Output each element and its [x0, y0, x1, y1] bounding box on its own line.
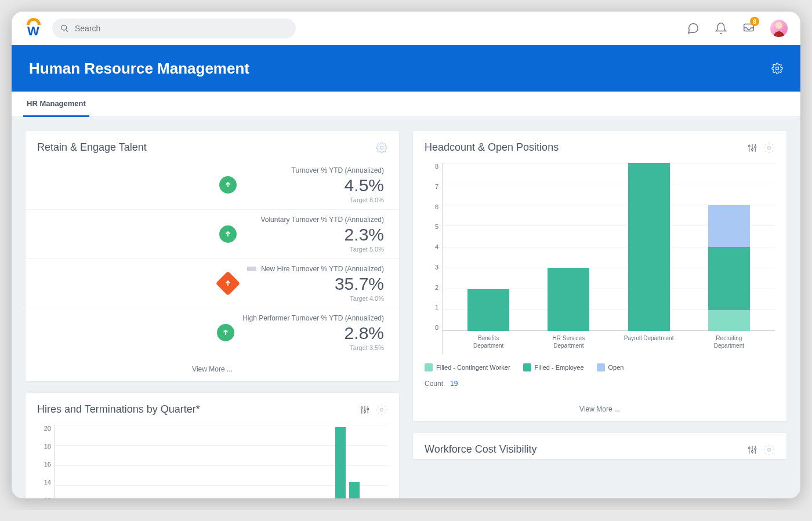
metric-label: New Hire Turnover % YTD (Annualized): [261, 265, 384, 273]
svg-point-10: [367, 408, 369, 410]
metric-target: Target 5.0%: [245, 246, 384, 253]
dashboard-content: Retain & Engage Talent Turnover % YTD (A…: [12, 117, 800, 498]
metric-target: Target 4.0%: [245, 295, 384, 302]
card-settings-icon[interactable]: [763, 444, 775, 456]
page-settings-icon[interactable]: [771, 63, 783, 74]
svg-point-22: [752, 450, 753, 452]
svg-line-1: [66, 30, 68, 32]
trend-up-icon: [219, 176, 237, 194]
x-axis-label: Payroll Department: [623, 331, 675, 354]
metric-value: 2.8%: [242, 323, 384, 343]
tabbar: HR Management: [12, 92, 800, 117]
svg-point-4: [380, 146, 383, 149]
hires-chart[interactable]: 2018161412: [37, 425, 387, 498]
bar-segment: [548, 268, 589, 331]
metric-target: Target 3.5%: [242, 344, 384, 351]
svg-point-20: [748, 447, 750, 449]
bar-indicator: [247, 267, 256, 271]
bar-column[interactable]: [548, 268, 589, 331]
metric-label: High Performer Turnover % YTD (Annualize…: [242, 314, 384, 322]
bar-column[interactable]: [708, 205, 750, 331]
bar-segment: [708, 247, 750, 310]
page-header: Human Resource Management: [12, 45, 800, 92]
card-title: Workforce Cost Visibility: [425, 443, 536, 456]
view-more-link[interactable]: View More ...: [413, 397, 786, 421]
right-column: Headcount & Open Positions 876543210 Ben…: [413, 131, 786, 484]
view-more-link[interactable]: View More ...: [26, 357, 399, 381]
trend-up-icon: [219, 225, 237, 243]
metric-row[interactable]: High Performer Turnover % YTD (Annualize…: [26, 308, 399, 357]
filters-icon[interactable]: [747, 143, 757, 153]
x-axis-label: Recruiting Department: [703, 331, 755, 354]
bar[interactable]: [349, 482, 360, 498]
metric-row[interactable]: Voluntary Turnover % YTD (Annualized)2.3…: [26, 209, 399, 258]
page-title: Human Resource Management: [29, 60, 249, 78]
svg-point-6: [361, 407, 362, 409]
bar-segment: [467, 289, 509, 331]
bar-segment: [708, 205, 750, 247]
metric-label: Voluntary Turnover % YTD (Annualized): [260, 216, 384, 224]
bar-segment: [628, 163, 670, 331]
svg-point-13: [748, 145, 750, 147]
metric-row[interactable]: Turnover % YTD (Annualized)4.5%Target 8.…: [26, 161, 399, 209]
bar-column[interactable]: [628, 163, 670, 331]
svg-point-24: [755, 448, 756, 450]
card-title: Hires and Terminations by Quarter*: [37, 403, 200, 416]
trend-up-icon: [217, 324, 234, 341]
card-settings-icon[interactable]: [763, 142, 775, 154]
inbox-button[interactable]: 8: [742, 21, 755, 36]
topbar: W 8: [12, 12, 800, 45]
legend-contingent[interactable]: Filled - Contingent Worker: [425, 363, 510, 371]
svg-point-25: [768, 448, 771, 451]
legend-open[interactable]: Open: [597, 363, 624, 371]
svg-point-0: [61, 25, 67, 30]
svg-point-17: [755, 146, 756, 148]
search-box[interactable]: [52, 19, 296, 38]
filters-icon[interactable]: [747, 445, 757, 455]
headcount-chart[interactable]: 876543210 Benefits DepartmentHR Services…: [425, 163, 775, 354]
bar-segment: [708, 310, 750, 331]
bell-icon[interactable]: [715, 22, 727, 35]
card-settings-icon[interactable]: [376, 404, 387, 416]
svg-point-3: [776, 67, 779, 70]
chart-legend: Filled - Contingent Worker Filled - Empl…: [413, 358, 786, 374]
topbar-icons: 8: [687, 20, 788, 37]
count-row: Count19: [413, 374, 786, 397]
workday-logo[interactable]: W: [24, 19, 43, 38]
x-axis-label: HR Services Department: [542, 331, 594, 354]
bar-column[interactable]: [467, 289, 509, 331]
metric-target: Target 8.0%: [245, 196, 384, 203]
search-icon: [60, 24, 69, 33]
metric-row[interactable]: New Hire Turnover % YTD (Annualized)35.7…: [26, 258, 399, 308]
inbox-badge: 8: [750, 17, 759, 26]
count-value[interactable]: 19: [450, 380, 458, 388]
app-window: W 8 Human Resource Management HR Managem…: [12, 12, 800, 498]
card-title: Retain & Engage Talent: [37, 141, 147, 154]
card-settings-icon[interactable]: [376, 142, 387, 154]
svg-point-8: [364, 410, 366, 412]
card-retain-engage: Retain & Engage Talent Turnover % YTD (A…: [26, 131, 399, 381]
svg-point-15: [752, 148, 753, 150]
bar[interactable]: [335, 427, 346, 498]
metric-value: 35.7%: [245, 274, 384, 294]
svg-point-18: [768, 146, 771, 149]
metric-label: Turnover % YTD (Annualized): [292, 166, 384, 174]
tab-hr-management[interactable]: HR Management: [23, 92, 89, 117]
card-hires-terminations: Hires and Terminations by Quarter* 20181…: [26, 393, 399, 498]
card-headcount: Headcount & Open Positions 876543210 Ben…: [413, 131, 786, 421]
search-input[interactable]: [75, 24, 288, 33]
avatar[interactable]: [770, 20, 788, 37]
filters-icon[interactable]: [360, 405, 370, 415]
x-axis-label: Benefits Department: [462, 331, 514, 354]
left-column: Retain & Engage Talent Turnover % YTD (A…: [26, 131, 399, 484]
svg-point-11: [380, 408, 383, 411]
card-workforce-cost: Workforce Cost Visibility: [413, 433, 786, 459]
legend-employee[interactable]: Filled - Employee: [523, 363, 584, 371]
metric-value: 2.3%: [245, 225, 384, 245]
chat-icon[interactable]: [687, 22, 699, 35]
metric-value: 4.5%: [245, 176, 384, 195]
trend-warning-icon: [216, 271, 240, 296]
card-title: Headcount & Open Positions: [425, 141, 559, 154]
